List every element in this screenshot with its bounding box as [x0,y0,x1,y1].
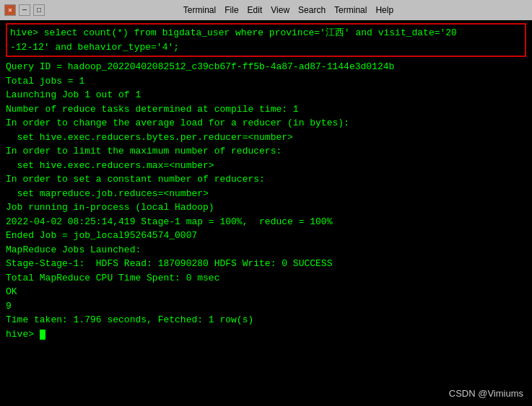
terminal-line: Ended Job = job_local95264574_0007 [6,229,526,243]
terminal-line: set hive.exec.reducers.max=<number> [6,159,526,173]
terminal-line: Total MapReduce CPU Time Spent: 0 msec [6,271,526,286]
command-text: hive> select count(*) from bigdata_user … [10,27,457,53]
close-icon: ✕ [8,6,12,14]
terminal-line: Total jobs = 1 [6,74,526,89]
terminal-line: Launching Job 1 out of 1 [6,88,526,102]
menu-view[interactable]: View [271,5,289,15]
terminal-line: OK [6,285,526,299]
terminal-line: set mapreduce.job.reduces=<number> [6,187,526,201]
maximize-icon: □ [37,6,41,14]
menu-help[interactable]: Help [375,5,393,15]
terminal-output: Query ID = hadoop_20220402082512_c39cb67… [6,60,526,341]
terminal-line: Job running in-process (local Hadoop) [6,200,526,215]
menu-file[interactable]: File [224,5,238,15]
command-input-box: hive> select count(*) from bigdata_user … [6,23,526,57]
terminal-line: 9 [6,299,526,314]
window-controls: ✕ ─ □ [4,4,45,16]
maximize-button[interactable]: □ [33,4,45,16]
menu-terminal[interactable]: Terminal [183,5,216,15]
terminal-line: Query ID = hadoop_20220402082512_c39cb67… [6,60,526,74]
terminal-line: In order to change the average load for … [6,116,526,131]
minimize-button[interactable]: ─ [19,4,30,16]
terminal-line: Number of reduce tasks determined at com… [6,102,526,117]
terminal-line: MapReduce Jobs Launched: [6,243,526,257]
terminal-line: Stage-Stage-1: HDFS Read: 187090280 HDFS… [6,257,526,271]
close-button[interactable]: ✕ [4,4,16,16]
menu-terminal2[interactable]: Terminal [334,5,367,15]
menu-search[interactable]: Search [298,5,326,15]
title-bar: ✕ ─ □ Terminal File Edit View Search Ter… [0,0,532,20]
terminal-cursor [40,330,45,340]
terminal-line: Time taken: 1.796 seconds, Fetched: 1 ro… [6,313,526,327]
minimize-icon: ─ [22,6,27,14]
terminal-area[interactable]: hive> select count(*) from bigdata_user … [0,20,532,406]
watermark: CSDN @Vimiums [449,388,523,399]
terminal-line: set hive.exec.reducers.bytes.per.reducer… [6,131,526,145]
terminal-line: 2022-04-02 08:25:14,419 Stage-1 map = 10… [6,215,526,229]
menu-bar: Terminal File Edit View Search Terminal … [49,5,528,15]
terminal-line: hive> [6,327,526,342]
menu-edit[interactable]: Edit [248,5,263,15]
terminal-line: In order to limit the maximum number of … [6,144,526,159]
terminal-line: In order to set a constant number of red… [6,172,526,187]
